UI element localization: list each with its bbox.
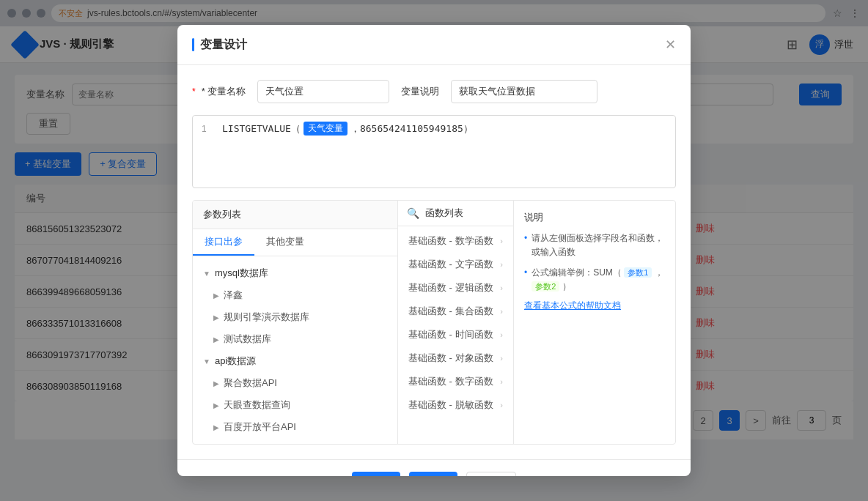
tree-child-test-label: 测试数据库	[224, 333, 271, 346]
desc-panel: 说明 • 请从左侧面板选择字段名和函数，或输入函数 • 公式编辑举例：SUM（ …	[514, 201, 675, 444]
tree-child-demo-label: 规则引擎演示数据库	[224, 311, 309, 324]
func-item-object-label: 基础函数 - 对象函数	[408, 352, 493, 365]
func-item-logic[interactable]: 基础函数 - 逻辑函数 ›	[398, 276, 513, 300]
func-chevron-time: ›	[500, 330, 503, 339]
tree-child-zexin[interactable]: ▶ 泽鑫	[193, 284, 397, 306]
tree-toggle-test: ▶	[213, 335, 219, 344]
params-panel-header: 参数列表	[193, 201, 397, 229]
func-panel: 🔍 函数列表 基础函数 - 数学函数 › 基础函数 - 文字函数 ›	[398, 201, 514, 444]
func-item-logic-label: 基础函数 - 逻辑函数	[408, 281, 493, 294]
func-item-time-label: 基础函数 - 时间函数	[408, 328, 493, 341]
func-item-desens[interactable]: 基础函数 - 脱敏函数 ›	[398, 393, 513, 417]
desc-suffix: ）	[562, 281, 571, 292]
desc-line1-container: • 请从左侧面板选择字段名和函数，或输入函数	[524, 231, 665, 259]
desc-line2-container: • 公式编辑举例：SUM（ 参数1 ， 参数2 ）	[524, 266, 665, 294]
desc-param2-tag: 参数2	[532, 281, 559, 292]
func-item-text-label: 基础函数 - 文字函数	[408, 258, 493, 271]
desc-sep: ，	[655, 267, 663, 278]
variable-name-input[interactable]	[257, 80, 389, 103]
tree-child-baidu-label: 百度开放平台API	[224, 420, 296, 434]
tree-group-api-label: api数据源	[215, 355, 256, 368]
code-tag-variable[interactable]: 天气变量	[304, 122, 347, 136]
tab-interface[interactable]: 接口出参	[193, 229, 254, 256]
code-content: LISTGETVALUE（ 天气变量 ，86565424110594918​5）	[222, 122, 473, 136]
code-func-text: LISTGETVALUE（	[222, 122, 301, 136]
title-bar-line	[192, 38, 194, 51]
func-item-math[interactable]: 基础函数 - 数学函数 ›	[398, 229, 513, 253]
func-chevron-text: ›	[500, 260, 503, 269]
modal-header: 变量设计 ✕	[177, 25, 691, 65]
func-list: 基础函数 - 数学函数 › 基础函数 - 文字函数 › 基础函数 - 逻辑函数 …	[398, 226, 513, 420]
code-line-1: 1 LISTGETVALUE（ 天气变量 ，86565424110594918​…	[193, 116, 675, 141]
func-item-number[interactable]: 基础函数 - 数字函数 ›	[398, 370, 513, 393]
func-chevron-desens: ›	[500, 401, 503, 409]
code-rest: ，86565424110594918​5）	[350, 122, 473, 136]
form-group-name: * * 变量名称	[192, 85, 246, 98]
tree-child-zexin-label: 泽鑫	[224, 289, 243, 302]
tree-toggle-tianyan: ▶	[213, 401, 219, 409]
modal-title: 变量设计	[200, 37, 247, 53]
desc-help-link[interactable]: 查看基本公式的帮助文档	[524, 300, 621, 311]
func-item-object[interactable]: 基础函数 - 对象函数 ›	[398, 346, 513, 370]
params-tree: ▼ mysql数据库 ▶ 泽鑫 ▶ 规则引擎演示数据库 ▶	[193, 256, 397, 444]
tree-group-api[interactable]: ▼ api数据源	[193, 350, 397, 372]
func-item-time[interactable]: 基础函数 - 时间函数 ›	[398, 323, 513, 346]
required-star: *	[192, 86, 196, 97]
bottom-panels: 参数列表 接口出参 其他变量 ▼ mysql数据库 ▶ 泽鑫	[192, 200, 676, 445]
tree-group-mysql[interactable]: ▼ mysql数据库	[193, 262, 397, 284]
variable-design-modal: 变量设计 ✕ * * 变量名称 变量说明 1 LISTG	[177, 25, 691, 451]
func-panel-header: 函数列表	[425, 207, 463, 220]
variable-desc-input[interactable]	[451, 80, 597, 103]
func-chevron-number: ›	[500, 377, 503, 386]
desc-prefix: 公式编辑举例：SUM（	[532, 267, 622, 278]
modal-body: * * 变量名称 变量说明 1 LISTGETVALUE（ 天气变量 ，8656…	[177, 65, 691, 451]
desc-line1-text: 请从左侧面板选择字段名和函数，或输入函数	[532, 231, 665, 259]
tree-toggle-mysql: ▼	[203, 270, 210, 278]
tab-other-vars[interactable]: 其他变量	[254, 229, 316, 256]
code-editor[interactable]: 1 LISTGETVALUE（ 天气变量 ，86565424110594918​…	[192, 115, 676, 188]
func-chevron-logic: ›	[500, 283, 503, 292]
func-item-collection[interactable]: 基础函数 - 集合函数 ›	[398, 300, 513, 323]
desc-bullet-2: •	[524, 266, 527, 294]
variable-name-label: * 变量名称	[202, 85, 246, 98]
modal-title-bar: 变量设计	[192, 37, 247, 53]
tree-toggle-zexin: ▶	[213, 292, 219, 300]
modal-overlay: 变量设计 ✕ * * 变量名称 变量说明 1 LISTG	[0, 0, 868, 451]
desc-param1-tag: 参数1	[624, 267, 652, 278]
form-row-name: * * 变量名称 变量说明	[192, 80, 676, 103]
func-chevron-object: ›	[500, 354, 503, 363]
func-search-bar: 🔍 函数列表	[398, 201, 513, 226]
tree-toggle-demo: ▶	[213, 313, 219, 322]
line-number: 1	[202, 124, 213, 134]
func-item-desens-label: 基础函数 - 脱敏函数	[408, 398, 493, 412]
tree-toggle-baidu: ▶	[213, 423, 219, 431]
func-chevron-math: ›	[500, 237, 503, 245]
desc-bullet-1: •	[524, 231, 527, 259]
desc-line2-text: 公式编辑举例：SUM（ 参数1 ， 参数2 ）	[532, 266, 665, 294]
func-chevron-collection: ›	[500, 307, 503, 316]
tree-child-juhe-label: 聚合数据API	[224, 376, 277, 390]
tree-child-tianyan[interactable]: ▶ 天眼查数据查询	[193, 394, 397, 416]
tree-child-demo[interactable]: ▶ 规则引擎演示数据库	[193, 306, 397, 328]
tree-child-baidu[interactable]: ▶ 百度开放平台API	[193, 416, 397, 438]
tree-child-test[interactable]: ▶ 测试数据库	[193, 328, 397, 350]
func-item-number-label: 基础函数 - 数字函数	[408, 375, 493, 388]
func-item-math-label: 基础函数 - 数学函数	[408, 234, 493, 248]
desc-link-container: 查看基本公式的帮助文档	[524, 300, 665, 312]
func-item-text[interactable]: 基础函数 - 文字函数 ›	[398, 253, 513, 276]
modal-close-button[interactable]: ✕	[665, 37, 676, 53]
tree-toggle-juhe: ▶	[213, 379, 219, 387]
desc-panel-header: 说明	[524, 211, 665, 224]
tree-child-juhe[interactable]: ▶ 聚合数据API	[193, 372, 397, 394]
variable-desc-label: 变量说明	[401, 85, 439, 98]
func-search-icon: 🔍	[407, 207, 419, 219]
tree-toggle-api: ▼	[203, 357, 210, 365]
func-item-collection-label: 基础函数 - 集合函数	[408, 305, 493, 318]
params-panel: 参数列表 接口出参 其他变量 ▼ mysql数据库 ▶ 泽鑫	[193, 201, 398, 444]
tree-child-tianyan-label: 天眼查数据查询	[224, 398, 290, 412]
params-panel-tabs: 接口出参 其他变量	[193, 229, 397, 256]
tree-group-mysql-label: mysql数据库	[215, 267, 268, 280]
